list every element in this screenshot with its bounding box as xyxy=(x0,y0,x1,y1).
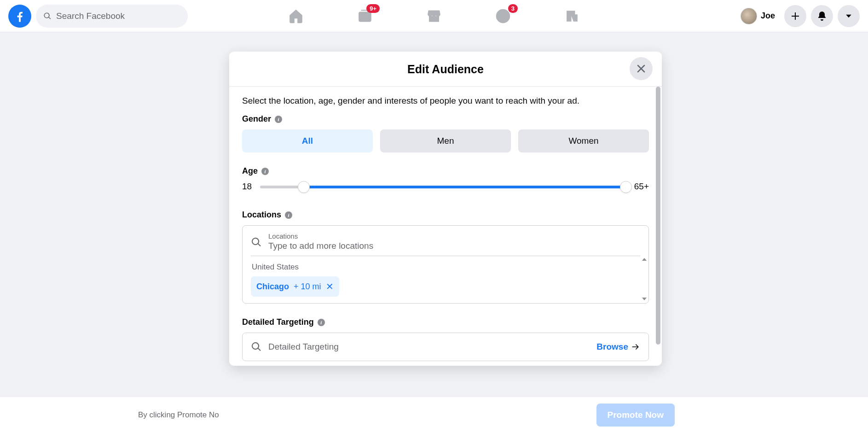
slider-handle-max[interactable] xyxy=(620,181,632,193)
info-icon[interactable]: i xyxy=(275,116,282,123)
scrollbar-thumb[interactable] xyxy=(656,87,660,345)
svg-point-1 xyxy=(497,9,509,22)
info-icon[interactable]: i xyxy=(261,168,269,175)
search-icon xyxy=(251,237,262,248)
top-header: 9+ 3 Joe xyxy=(0,0,868,32)
gaming-icon xyxy=(565,9,579,23)
edit-audience-modal: Edit Audience Select the location, age, … xyxy=(229,52,662,366)
location-chip[interactable]: Chicago + 10 mi ✕ xyxy=(251,276,339,297)
svg-point-2 xyxy=(500,13,503,16)
scroll-up-icon xyxy=(642,258,647,261)
marketplace-icon xyxy=(426,8,442,24)
info-icon[interactable]: i xyxy=(285,211,292,219)
gender-men-button[interactable]: Men xyxy=(380,129,511,152)
notifications-button[interactable] xyxy=(811,5,833,27)
center-nav: 9+ 3 xyxy=(287,7,581,25)
detailed-targeting-input[interactable] xyxy=(268,342,590,352)
user-name: Joe xyxy=(761,11,775,21)
right-nav: Joe xyxy=(736,5,860,27)
nav-home[interactable] xyxy=(287,7,305,25)
modal-header: Edit Audience xyxy=(229,52,662,87)
location-chip-name: Chicago xyxy=(256,282,289,292)
age-min-label: 18 xyxy=(242,181,252,192)
disclaimer-text: By clicking Promote No xyxy=(138,410,219,420)
close-button[interactable] xyxy=(630,57,653,80)
nav-marketplace[interactable] xyxy=(425,7,443,25)
modal-title: Edit Audience xyxy=(238,63,653,76)
gender-all-button[interactable]: All xyxy=(242,129,373,152)
gender-label: Gender i xyxy=(242,114,649,124)
locations-scroll[interactable] xyxy=(642,258,647,304)
home-icon xyxy=(288,8,304,24)
locations-field-label: Locations xyxy=(268,232,640,240)
intro-text: Select the location, age, gender and int… xyxy=(242,96,649,106)
search-input[interactable] xyxy=(56,11,180,21)
nav-watch[interactable]: 9+ xyxy=(356,7,374,25)
modal-body: Select the location, age, gender and int… xyxy=(229,87,662,366)
close-icon xyxy=(636,63,647,74)
remove-location-icon[interactable]: ✕ xyxy=(326,281,334,292)
age-slider[interactable] xyxy=(260,182,626,191)
location-chip-radius: + 10 mi xyxy=(294,282,321,292)
locations-label: Locations i xyxy=(242,210,649,220)
locations-input[interactable] xyxy=(268,240,640,252)
location-country: United States xyxy=(251,263,640,272)
nav-gaming[interactable] xyxy=(563,7,581,25)
detailed-targeting-label: Detailed Targeting i xyxy=(242,317,649,327)
facebook-logo[interactable] xyxy=(8,5,31,28)
caret-down-icon xyxy=(844,12,853,21)
facebook-f-icon xyxy=(13,9,27,23)
search-icon xyxy=(251,341,262,352)
slider-handle-min[interactable] xyxy=(298,181,310,193)
locations-input-row: Locations xyxy=(251,232,640,256)
groups-badge: 3 xyxy=(508,4,518,13)
slider-fill xyxy=(304,186,625,188)
browse-link[interactable]: Browse xyxy=(596,342,640,352)
age-label: Age i xyxy=(242,166,649,176)
watch-badge: 9+ xyxy=(366,4,380,13)
bell-icon xyxy=(816,11,827,22)
bottom-bar: By clicking Promote No Promote Now xyxy=(0,396,868,433)
avatar xyxy=(741,8,757,24)
locations-box: Locations United States Chicago + 10 mi … xyxy=(242,225,649,304)
age-max-label: 65+ xyxy=(634,181,649,192)
gender-women-button[interactable]: Women xyxy=(518,129,649,152)
scroll-down-icon xyxy=(642,298,647,300)
search-box[interactable] xyxy=(36,5,188,28)
nav-groups[interactable]: 3 xyxy=(494,7,512,25)
create-button[interactable] xyxy=(784,5,806,27)
age-slider-row: 18 65+ xyxy=(242,181,649,192)
gender-segmented: All Men Women xyxy=(242,129,649,152)
search-icon xyxy=(43,12,52,21)
arrow-right-icon xyxy=(631,342,640,351)
info-icon[interactable]: i xyxy=(318,319,325,326)
promote-now-button[interactable]: Promote Now xyxy=(596,404,675,427)
account-menu-button[interactable] xyxy=(838,5,860,27)
user-chip[interactable]: Joe xyxy=(736,5,780,27)
plus-icon xyxy=(790,11,801,22)
svg-point-3 xyxy=(503,13,506,16)
detailed-targeting-box: Browse xyxy=(242,333,649,361)
